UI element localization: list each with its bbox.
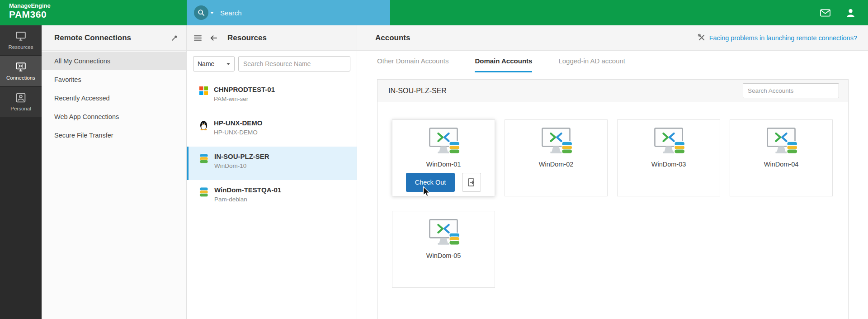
remote-item-web-app-connections[interactable]: Web App Connections bbox=[42, 107, 186, 126]
pin-icon[interactable] bbox=[170, 33, 180, 43]
tools-icon bbox=[698, 33, 705, 43]
nav-personal-label: Personal bbox=[10, 106, 31, 111]
remote-desktop-icon bbox=[425, 127, 462, 158]
launch-connection-button[interactable] bbox=[462, 173, 481, 192]
tab-other-domain-accounts[interactable]: Other Domain Accounts bbox=[377, 51, 448, 72]
account-name: WinDom-01 bbox=[426, 161, 461, 168]
check-out-button[interactable]: Check Out bbox=[406, 173, 455, 192]
accounts-group-header: IN-SOU-PLZ-SER bbox=[377, 80, 848, 102]
database-icon bbox=[199, 153, 208, 163]
account-cards-grid: WinDom-01 Check Out WinDom-02 WinDom-03 bbox=[377, 102, 848, 288]
resource-account: PAM-win-ser bbox=[214, 95, 275, 102]
resource-item-chnprodtest-01[interactable]: CHNPRODTEST-01 PAM-win-ser bbox=[187, 80, 357, 113]
collapse-arrow-icon[interactable] bbox=[208, 33, 219, 43]
remote-connections-header: Remote Connections bbox=[42, 25, 186, 51]
resource-filter-value: Name bbox=[198, 60, 214, 67]
group-title: IN-SOU-PLZ-SER bbox=[388, 87, 743, 95]
launch-connection-icon bbox=[467, 178, 476, 187]
resources-header: Resources bbox=[187, 25, 357, 51]
remote-desktop-icon bbox=[425, 219, 462, 249]
accounts-panel: Accounts Facing problems in launching re… bbox=[357, 25, 868, 319]
resource-item-windom-testqa-01[interactable]: WinDom-TESTQA-01 Pam-debian bbox=[187, 180, 357, 214]
nav-personal[interactable]: Personal bbox=[0, 87, 42, 117]
resource-account: HP-UNX-DEMO bbox=[214, 129, 263, 136]
resources-panel: Resources Name CHNPRODTEST-01 PAM-win-se… bbox=[187, 25, 357, 319]
accounts-title: Accounts bbox=[375, 33, 698, 43]
windows-icon bbox=[199, 86, 208, 95]
nav-resources-label: Resources bbox=[9, 44, 33, 50]
nav-connections[interactable]: Connections bbox=[0, 56, 42, 86]
top-right-actions bbox=[807, 0, 868, 25]
nav-resources[interactable]: Resources bbox=[0, 25, 42, 55]
accounts-group: IN-SOU-PLZ-SER WinDom-01 Check Out bbox=[377, 79, 849, 319]
pam360-app: { "colors": { "brand_green": "#0c9d49", … bbox=[0, 0, 868, 319]
resources-icon bbox=[15, 31, 26, 42]
remote-item-secure-file-transfer[interactable]: Secure File Transfer bbox=[42, 126, 186, 144]
remote-item-recently-accessed[interactable]: Recently Accessed bbox=[42, 89, 186, 107]
brand-logo[interactable]: ManageEngine PAM360 bbox=[9, 3, 51, 19]
search-scope-chevron-down-icon[interactable] bbox=[210, 12, 214, 14]
database-icon bbox=[199, 187, 208, 197]
resource-search-input[interactable] bbox=[238, 56, 350, 71]
nav-connections-label: Connections bbox=[6, 75, 35, 81]
account-name: WinDom-02 bbox=[539, 161, 574, 168]
resource-item-hp-unx-demo[interactable]: HP-UNX-DEMO HP-UNX-DEMO bbox=[187, 113, 357, 147]
resource-filter-select[interactable]: Name bbox=[193, 56, 235, 71]
account-name: WinDom-05 bbox=[426, 252, 461, 259]
remote-desktop-icon bbox=[763, 127, 799, 158]
menu-icon[interactable] bbox=[192, 33, 203, 43]
resource-item-in-sou-plz-ser[interactable]: IN-SOU-PLZ-SER WinDom-10 bbox=[187, 147, 357, 180]
accounts-search-input[interactable] bbox=[743, 83, 839, 98]
remote-desktop-icon bbox=[538, 127, 574, 158]
resource-filter-row: Name bbox=[187, 51, 357, 76]
account-name: WinDom-04 bbox=[764, 161, 799, 168]
resources-title: Resources bbox=[227, 33, 267, 43]
left-nav-rail: Resources Connections Personal bbox=[0, 25, 42, 319]
resource-list: CHNPRODTEST-01 PAM-win-ser HP-UNX-DEMO H… bbox=[187, 80, 357, 214]
mail-icon[interactable] bbox=[820, 9, 830, 17]
remote-item-all-my-connections[interactable]: All My Connections bbox=[42, 52, 186, 70]
global-search-bar[interactable] bbox=[187, 0, 390, 25]
help-link-label: Facing problems in launching remote conn… bbox=[709, 34, 857, 42]
tab-logged-in-ad-account[interactable]: Logged-in AD account bbox=[558, 51, 625, 72]
account-card-windom-03[interactable]: WinDom-03 bbox=[617, 119, 720, 196]
account-card-actions: Check Out bbox=[406, 173, 481, 192]
account-card-windom-02[interactable]: WinDom-02 bbox=[505, 119, 608, 196]
account-card-windom-05[interactable]: WinDom-05 bbox=[392, 211, 495, 288]
chevron-down-icon bbox=[226, 63, 230, 65]
remote-connections-list: All My Connections Favorites Recently Ac… bbox=[42, 51, 186, 144]
resource-account: Pam-debian bbox=[214, 196, 281, 203]
remote-connections-panel: Remote Connections All My Connections Fa… bbox=[42, 25, 187, 319]
resource-name: IN-SOU-PLZ-SER bbox=[214, 152, 269, 160]
search-icon[interactable] bbox=[194, 5, 208, 20]
brand-pam360-text: PAM360 bbox=[9, 9, 51, 19]
remote-connections-title: Remote Connections bbox=[54, 33, 170, 43]
resource-name: CHNPRODTEST-01 bbox=[214, 86, 275, 93]
user-menu-icon[interactable] bbox=[846, 8, 855, 18]
resource-name: HP-UNX-DEMO bbox=[214, 119, 263, 127]
remote-desktop-icon bbox=[651, 127, 687, 158]
resource-name: WinDom-TESTQA-01 bbox=[214, 186, 281, 194]
global-search-input[interactable] bbox=[220, 9, 356, 17]
account-card-windom-01[interactable]: WinDom-01 Check Out bbox=[392, 119, 495, 196]
accounts-tabs: Other Domain Accounts Domain Accounts Lo… bbox=[357, 51, 868, 72]
brand-manageengine-text: ManageEngine bbox=[9, 3, 51, 9]
top-header: ManageEngine PAM360 bbox=[0, 0, 868, 25]
tab-domain-accounts[interactable]: Domain Accounts bbox=[475, 51, 532, 72]
linux-icon bbox=[199, 120, 208, 130]
mouse-cursor-icon bbox=[422, 186, 430, 197]
help-link[interactable]: Facing problems in launching remote conn… bbox=[698, 33, 857, 43]
personal-icon bbox=[16, 93, 26, 104]
accounts-header: Accounts Facing problems in launching re… bbox=[357, 25, 868, 51]
remote-item-favorites[interactable]: Favorites bbox=[42, 70, 186, 89]
connections-icon bbox=[15, 62, 26, 73]
account-card-windom-04[interactable]: WinDom-04 bbox=[730, 119, 833, 196]
account-name: WinDom-03 bbox=[651, 161, 686, 168]
resource-account: WinDom-10 bbox=[214, 162, 269, 169]
